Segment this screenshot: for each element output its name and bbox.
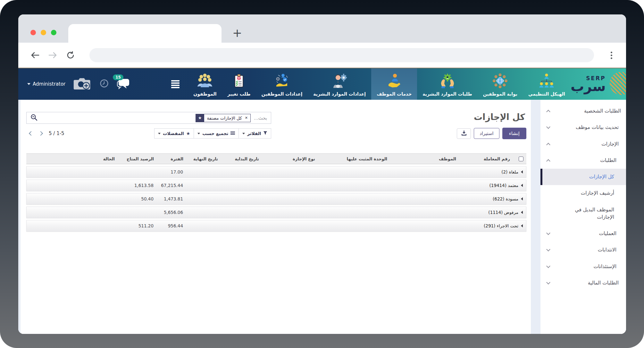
period-total: 956.44 <box>156 223 186 228</box>
minimize-window-button[interactable] <box>41 30 46 35</box>
nav-item-hr-settings[interactable]: إعدادات الموارد البشرية <box>308 68 371 100</box>
chevron-down-icon <box>197 133 200 134</box>
sidebar-menu: الطلبات الشخصيةتحديث بيانات موظفالإجازات… <box>540 100 626 334</box>
nav-item-employees-portal[interactable]: بوابة الموظفين <box>478 68 523 100</box>
browser-tab[interactable] <box>68 24 222 43</box>
nav-item-label: الموظفون <box>193 91 216 97</box>
create-button[interactable]: إنشاء <box>502 128 526 139</box>
column-header-transaction-number[interactable]: رقم المعاملة <box>459 157 513 161</box>
group-label: تحت الاجراء (291) <box>484 223 518 228</box>
column-header-end-date[interactable]: تاريخ النهاية <box>186 157 221 161</box>
expand-group-icon[interactable] <box>521 211 523 214</box>
period-total: 1,473.81 <box>156 196 186 201</box>
sidebar-item-label: الانتدابات <box>598 246 616 254</box>
sidebar-item-all-leaves[interactable]: كل الإجازات <box>540 169 626 185</box>
column-header-start-date[interactable]: تاريخ البداية <box>221 157 262 161</box>
group-by-dropdown[interactable]: تجميع حسب <box>194 128 239 139</box>
group-row[interactable]: تحت الاجراء (291)956.44511.20 <box>26 220 526 232</box>
group-row[interactable]: مسودة (622)1,473.8150.40 <box>26 193 526 205</box>
new-tab-button[interactable]: + <box>232 27 242 39</box>
chevron-down-icon <box>242 133 245 134</box>
page-body: ★ كل الإجازات مصنفة ✕ بحث... كل الإجازات <box>18 100 626 334</box>
pager: 5 / 1-5 <box>26 131 64 136</box>
filters-dropdown[interactable]: الفلاتر <box>238 128 271 139</box>
nav-item-employees[interactable]: الموظفون <box>188 68 222 100</box>
facet-remove-icon[interactable]: ✕ <box>245 116 250 120</box>
sidebar-item-2[interactable]: الإجازات <box>540 136 626 152</box>
browser-menu-icon[interactable] <box>609 50 614 60</box>
search-placeholder: بحث... <box>254 115 267 121</box>
address-bar[interactable] <box>89 48 594 62</box>
expand-group-icon[interactable] <box>521 184 523 187</box>
chevron-down-icon <box>27 83 30 85</box>
forward-icon[interactable] <box>48 51 57 59</box>
search-input[interactable]: ★ كل الإجازات مصنفة ✕ بحث... <box>26 112 271 124</box>
serp-logo[interactable]: SERP سرب <box>571 68 626 100</box>
sidebar-item-1[interactable]: تحديث بيانات موظف <box>540 119 626 136</box>
column-header-assigned-unit[interactable]: الوحدة المثبت عليها <box>318 157 390 161</box>
sidebar-item-6[interactable]: الموظف البديل في الإجازات <box>540 202 626 226</box>
sidebar-item-3[interactable]: الطلبات <box>540 152 626 169</box>
maximize-window-button[interactable] <box>51 30 56 35</box>
column-header-available-balance[interactable]: الرصيد المتاح <box>118 157 157 161</box>
chevron-up-icon <box>546 110 550 114</box>
nav-item-label: إعدادات الموارد البشرية <box>313 91 366 97</box>
group-row[interactable]: معتمد (19414)67,215.441,613.58 <box>26 180 526 191</box>
expand-group-icon[interactable] <box>521 170 523 174</box>
nav-item-employee-services[interactable]: خدمات الموظف <box>371 68 417 100</box>
favorites-label: المفضلات <box>163 131 184 136</box>
pager-prev-icon[interactable] <box>29 131 33 136</box>
sidebar-item-5[interactable]: أرشيف الإجازات <box>540 185 626 201</box>
group-label-cell: مسودة (622) <box>186 196 526 201</box>
sidebar-item-0[interactable]: الطلبات الشخصية <box>540 103 626 119</box>
group-label-cell: تحت الاجراء (291) <box>186 223 526 228</box>
column-header-period[interactable]: الفترة <box>157 157 186 161</box>
chevron-up-icon <box>546 159 550 163</box>
star-icon: ★ <box>186 131 190 136</box>
column-header-leave-type[interactable]: نوع الإجازة <box>262 157 318 161</box>
expand-group-icon[interactable] <box>521 197 523 200</box>
app-menu: الموظفونطلب تغييرإعدادات الموظفينإعدادات… <box>188 68 571 100</box>
pager-next-icon[interactable] <box>38 131 43 136</box>
chevron-down-icon <box>546 248 550 252</box>
balance-total: 50.40 <box>117 196 156 201</box>
employee-settings-icon <box>274 73 289 90</box>
notifications-icon[interactable]: 15 <box>117 78 130 90</box>
group-by-icon <box>230 131 235 136</box>
nav-item-hr-requests[interactable]: طلبات الموارد البشرية <box>417 68 477 100</box>
nav-item-label: بوابة الموظفين <box>483 91 517 97</box>
nav-item-org-structure[interactable]: الهيكل التنظيمي <box>523 68 571 100</box>
group-row[interactable]: مرفوض (1114)5,656.06 <box>26 207 526 218</box>
search-facet[interactable]: ★ كل الإجازات مصنفة ✕ <box>196 114 251 122</box>
clock-icon[interactable] <box>99 79 109 89</box>
reload-icon[interactable] <box>66 51 75 59</box>
close-window-button[interactable] <box>30 30 36 35</box>
sidebar-item-label: الطلبات <box>600 157 616 164</box>
sidebar-item-10[interactable]: الطلبات المالية <box>540 275 626 291</box>
favorites-dropdown[interactable]: ★ المفضلات <box>154 128 194 139</box>
import-button[interactable]: استيراد <box>474 128 499 139</box>
apps-menu-icon[interactable] <box>171 80 180 88</box>
sidebar-item-7[interactable]: العمليات <box>540 225 626 242</box>
filter-icon <box>263 131 267 136</box>
camera-icon[interactable] <box>73 76 92 92</box>
export-button[interactable] <box>457 128 471 139</box>
nav-item-change-request[interactable]: طلب تغيير <box>222 68 256 100</box>
nav-item-employee-settings[interactable]: إعدادات الموظفين <box>256 68 308 100</box>
column-header-status[interactable]: الحالة <box>83 157 118 161</box>
select-all-checkbox[interactable] <box>519 157 523 161</box>
favorite-star-icon: ★ <box>196 114 204 122</box>
period-total: 5,656.06 <box>156 210 186 215</box>
hr-settings-icon <box>332 73 347 90</box>
nav-item-label: طلبات الموارد البشرية <box>422 91 472 97</box>
browser-tab-strip: + <box>18 14 626 43</box>
sidebar-item-8[interactable]: الانتدابات <box>540 242 626 258</box>
back-icon[interactable] <box>30 51 39 59</box>
user-menu[interactable]: Administrator <box>27 81 65 87</box>
app-navbar: Administrator 15 الموظفونطلب تغييرإعدادا… <box>18 68 626 100</box>
expand-group-icon[interactable] <box>521 224 523 227</box>
group-row[interactable]: ملغاة (2)17.00 <box>26 166 526 178</box>
column-header-employee[interactable]: الموظف <box>390 157 459 161</box>
sidebar-item-label: كل الإجازات <box>589 173 614 181</box>
sidebar-item-9[interactable]: الإستئذانات <box>540 259 626 275</box>
